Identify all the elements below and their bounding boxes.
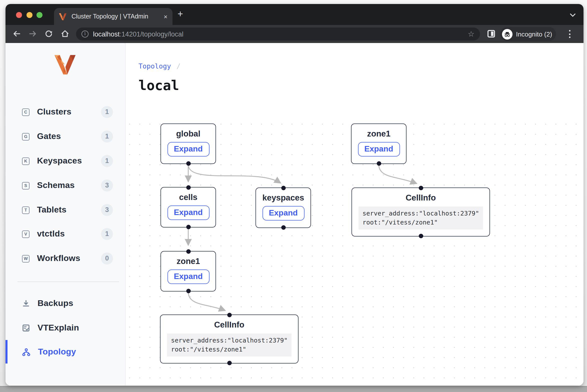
vitess-logo: [54, 55, 76, 74]
connection-handle: [281, 225, 286, 230]
back-icon[interactable]: [12, 30, 21, 38]
browser-tab[interactable]: Cluster Topology | VTAdmin ×: [54, 8, 172, 25]
expand-button[interactable]: Expand: [358, 142, 400, 156]
schemas-icon: S: [22, 182, 30, 189]
incognito-icon: [502, 29, 512, 39]
url-text: localhost:14201/topology/local: [93, 30, 184, 38]
tablets-icon: T: [22, 206, 30, 214]
tab-close-icon[interactable]: ×: [164, 13, 168, 20]
expand-button[interactable]: Expand: [167, 206, 209, 220]
browser-window: Cluster Topology | VTAdmin × +: [6, 4, 584, 386]
sidebar-item-topology[interactable]: Topology: [6, 342, 125, 362]
count-badge: 0: [101, 252, 113, 264]
forward-icon[interactable]: [28, 30, 37, 38]
tab-title: Cluster Topology | VTAdmin: [72, 13, 162, 20]
edge-global-keyspaces: [188, 164, 280, 183]
sidebar-item-vtexplain[interactable]: VTExplain: [6, 318, 125, 338]
gates-icon: G: [22, 133, 30, 140]
browser-toolbar: i localhost:14201/topology/local ☆ Incog…: [6, 25, 584, 43]
keyspaces-icon: K: [22, 157, 30, 165]
sidebar-item-gates[interactable]: G Gates 1: [6, 126, 125, 146]
connection-handle: [186, 161, 190, 166]
sidebar-item-schemas[interactable]: S Schemas 3: [6, 176, 125, 196]
connection-handle: [281, 186, 286, 190]
connection-handle: [227, 361, 232, 365]
connection-handle: [186, 249, 190, 254]
count-badge: 1: [101, 106, 113, 118]
clusters-icon: C: [22, 108, 30, 116]
connection-handle: [418, 186, 423, 190]
cellinfo-code: server_address:"localhost:2379" root:"/v…: [167, 334, 292, 356]
count-badge: 1: [101, 228, 113, 240]
close-window-button[interactable]: [16, 12, 22, 18]
incognito-label: Incognito (2): [516, 30, 552, 38]
address-bar[interactable]: i localhost:14201/topology/local ☆: [76, 28, 480, 40]
active-indicator: [6, 340, 8, 364]
bookmark-star-icon[interactable]: ☆: [468, 30, 474, 38]
connection-handle: [186, 185, 190, 190]
count-badge: 3: [101, 204, 113, 216]
node-cells: cells Expand: [160, 187, 216, 228]
connection-handle: [418, 234, 423, 238]
minimize-window-button[interactable]: [26, 12, 32, 18]
reload-icon[interactable]: [44, 30, 53, 38]
connection-handle: [186, 225, 190, 229]
site-info-icon[interactable]: i: [82, 30, 88, 38]
document-check-icon: [22, 324, 30, 332]
sidebar-item-vtctlds[interactable]: V vtctlds 1: [6, 224, 125, 244]
workflows-icon: W: [22, 255, 30, 262]
topology-icon: [22, 348, 30, 356]
node-cellinfo-right: CellInfo server_address:"localhost:2379"…: [352, 188, 490, 236]
cellinfo-code: server_address:"localhost:2379" root:"/v…: [358, 206, 483, 230]
node-cellinfo-left: CellInfo server_address:"localhost:2379"…: [160, 314, 298, 364]
sidebar-item-keyspaces[interactable]: K Keyspaces 1: [6, 151, 125, 171]
sidebar-divider: [18, 282, 119, 282]
fullscreen-window-button[interactable]: [36, 12, 42, 18]
browser-menu-icon[interactable]: [569, 30, 570, 40]
connection-handle: [186, 289, 190, 293]
sidebar-item-workflows[interactable]: W Workflows 0: [6, 248, 125, 268]
screenshot-stage: Cluster Topology | VTAdmin × +: [0, 0, 587, 392]
tab-search-chevron-icon[interactable]: [570, 14, 576, 17]
count-badge: 1: [101, 130, 113, 142]
expand-button[interactable]: Expand: [167, 142, 209, 156]
sidebar-item-clusters[interactable]: C Clusters 1: [6, 102, 125, 122]
new-tab-button[interactable]: +: [178, 8, 183, 20]
count-badge: 1: [101, 155, 113, 167]
incognito-badge: Incognito (2): [500, 27, 556, 41]
connection-handle: [376, 161, 381, 166]
sidebar-item-backups[interactable]: Backups: [6, 294, 125, 314]
vtctlds-icon: V: [22, 230, 30, 238]
edge-zone1r-cellinfo: [379, 164, 416, 184]
sidebar: C Clusters 1 G Gates 1 K Keyspaces 1 S S…: [6, 43, 126, 386]
sidebar-item-tablets[interactable]: T Tablets 3: [6, 200, 125, 220]
connection-handle: [227, 313, 232, 317]
download-icon: [22, 300, 30, 308]
topology-canvas: Topology/ local: [126, 43, 584, 386]
node-zone1: zone1 Expand: [160, 251, 216, 292]
window-shadow: [0, 386, 587, 392]
node-global: global Expand: [160, 124, 216, 164]
expand-button[interactable]: Expand: [167, 270, 209, 284]
vitess-favicon: [59, 13, 66, 20]
window-controls: [16, 12, 42, 18]
expand-button[interactable]: Expand: [262, 206, 304, 220]
side-panel-icon[interactable]: [488, 30, 495, 38]
node-keyspaces: keyspaces Expand: [256, 188, 311, 228]
home-icon[interactable]: [60, 30, 70, 38]
tab-strip: Cluster Topology | VTAdmin × +: [6, 4, 584, 25]
node-zone1-right: zone1 Expand: [351, 124, 406, 164]
count-badge: 3: [101, 180, 113, 192]
edge-zone1-cellinfo: [188, 292, 225, 310]
